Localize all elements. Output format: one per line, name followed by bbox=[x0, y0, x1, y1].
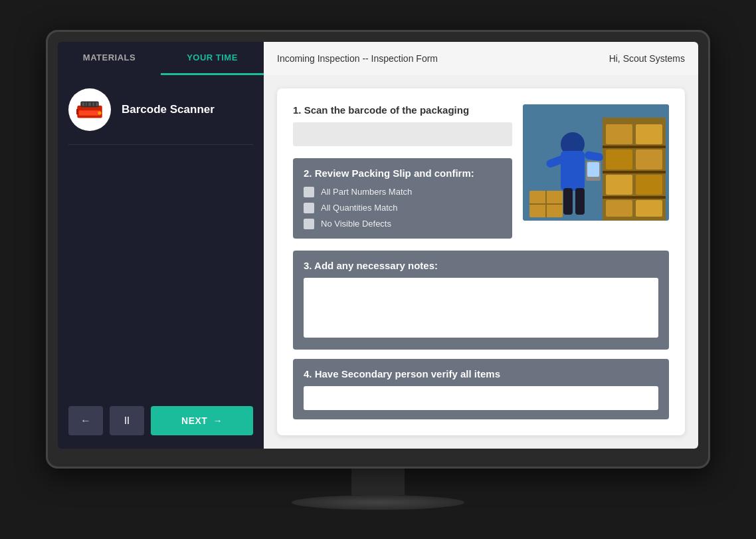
user-greeting: Hi, Scout Systems bbox=[609, 53, 685, 64]
svg-rect-28 bbox=[587, 162, 599, 177]
svg-rect-30 bbox=[575, 188, 585, 215]
checkbox-defects-box[interactable] bbox=[304, 219, 314, 229]
tab-your-time[interactable]: YOUR TIME bbox=[161, 42, 264, 75]
step3-notes-section: 3. Add any necessary notes: bbox=[293, 251, 669, 350]
product-info: Barcode Scanner bbox=[68, 88, 253, 145]
barcode-scanner-icon bbox=[73, 96, 106, 123]
svg-rect-12 bbox=[606, 124, 632, 144]
svg-rect-21 bbox=[603, 171, 666, 173]
step1-form-section: 1. Scan the barcode of the packaging bbox=[293, 104, 512, 146]
monitor-stand-neck bbox=[351, 469, 405, 495]
svg-rect-15 bbox=[636, 150, 662, 169]
checkbox-quantities-label: All Quantities Match bbox=[321, 203, 398, 213]
checkbox-quantities-box[interactable] bbox=[304, 203, 314, 213]
product-name: Barcode Scanner bbox=[122, 103, 215, 116]
warehouse-illustration bbox=[523, 104, 669, 221]
svg-rect-14 bbox=[606, 150, 632, 169]
svg-rect-4 bbox=[86, 102, 87, 106]
next-arrow-icon: → bbox=[213, 415, 223, 426]
checkbox-part-numbers-box[interactable] bbox=[304, 187, 314, 197]
packing-slip-box: 2. Review Packing Slip and confirm: All … bbox=[293, 158, 512, 239]
checkbox-part-numbers-label: All Part Numbers Match bbox=[321, 187, 412, 197]
svg-point-9 bbox=[98, 111, 102, 114]
step1-section: 1. Scan the barcode of the packaging 2. … bbox=[293, 104, 512, 239]
svg-rect-22 bbox=[603, 196, 666, 199]
svg-rect-20 bbox=[603, 146, 666, 148]
svg-rect-7 bbox=[96, 102, 98, 106]
svg-rect-16 bbox=[606, 175, 632, 195]
pause-button[interactable]: ⏸ bbox=[110, 406, 144, 435]
warehouse-scene-svg bbox=[523, 104, 669, 221]
step1-image-row: 1. Scan the barcode of the packaging 2. … bbox=[293, 104, 669, 239]
bottom-controls: ← ⏸ NEXT → bbox=[68, 406, 253, 435]
sidebar: Barcode Scanner ← ⏸ NEXT → bbox=[58, 75, 264, 449]
form-title: Incoming Inspection -- Inspection Form bbox=[277, 53, 438, 64]
notes-textarea[interactable] bbox=[304, 278, 658, 338]
svg-rect-13 bbox=[636, 124, 662, 144]
header-bar: Incoming Inspection -- Inspection Form H… bbox=[264, 42, 698, 75]
app-container: MATERIALS YOUR TIME Incoming Inspection … bbox=[58, 42, 698, 449]
monitor-frame: MATERIALS YOUR TIME Incoming Inspection … bbox=[46, 30, 710, 469]
svg-rect-19 bbox=[636, 200, 662, 217]
warehouse-image bbox=[523, 104, 669, 221]
svg-rect-6 bbox=[92, 102, 94, 106]
svg-rect-1 bbox=[76, 108, 78, 114]
content-area: 1. Scan the barcode of the packaging 2. … bbox=[264, 75, 698, 449]
verify-input[interactable] bbox=[304, 386, 658, 410]
barcode-scan-input[interactable] bbox=[293, 122, 512, 146]
monitor-screen: MATERIALS YOUR TIME Incoming Inspection … bbox=[58, 42, 698, 449]
step1-label: 1. Scan the barcode of the packaging bbox=[293, 104, 512, 116]
top-bar: MATERIALS YOUR TIME Incoming Inspection … bbox=[58, 42, 698, 75]
back-button[interactable]: ← bbox=[68, 406, 103, 435]
tab-materials[interactable]: MATERIALS bbox=[58, 42, 161, 75]
svg-rect-8 bbox=[79, 110, 101, 116]
product-icon bbox=[68, 88, 111, 131]
step4-verify-section: 4. Have Secondary person verify all item… bbox=[293, 359, 669, 419]
checkbox-defects-label: No Visible Defects bbox=[321, 219, 391, 229]
step4-label: 4. Have Secondary person verify all item… bbox=[304, 368, 658, 379]
step3-label: 3. Add any necessary notes: bbox=[304, 260, 658, 271]
form-card: 1. Scan the barcode of the packaging 2. … bbox=[277, 88, 685, 435]
pause-icon: ⏸ bbox=[122, 415, 132, 427]
svg-rect-29 bbox=[563, 188, 573, 215]
step2-label: 2. Review Packing Slip and confirm: bbox=[304, 167, 502, 179]
monitor-wrapper: MATERIALS YOUR TIME Incoming Inspection … bbox=[46, 30, 710, 510]
sidebar-tabs: MATERIALS YOUR TIME bbox=[58, 42, 264, 75]
checkbox-part-numbers[interactable]: All Part Numbers Match bbox=[304, 187, 502, 197]
svg-rect-3 bbox=[82, 102, 84, 106]
sidebar-spacer bbox=[68, 145, 253, 406]
checkbox-defects[interactable]: No Visible Defects bbox=[304, 219, 502, 229]
checkbox-quantities[interactable]: All Quantities Match bbox=[304, 203, 502, 213]
svg-rect-18 bbox=[606, 200, 632, 217]
svg-rect-5 bbox=[88, 102, 91, 106]
next-label: NEXT bbox=[181, 415, 207, 426]
monitor-stand-base bbox=[292, 495, 464, 510]
main-layout: Barcode Scanner ← ⏸ NEXT → bbox=[58, 75, 698, 449]
next-button[interactable]: NEXT → bbox=[151, 406, 253, 435]
svg-rect-17 bbox=[636, 175, 662, 195]
